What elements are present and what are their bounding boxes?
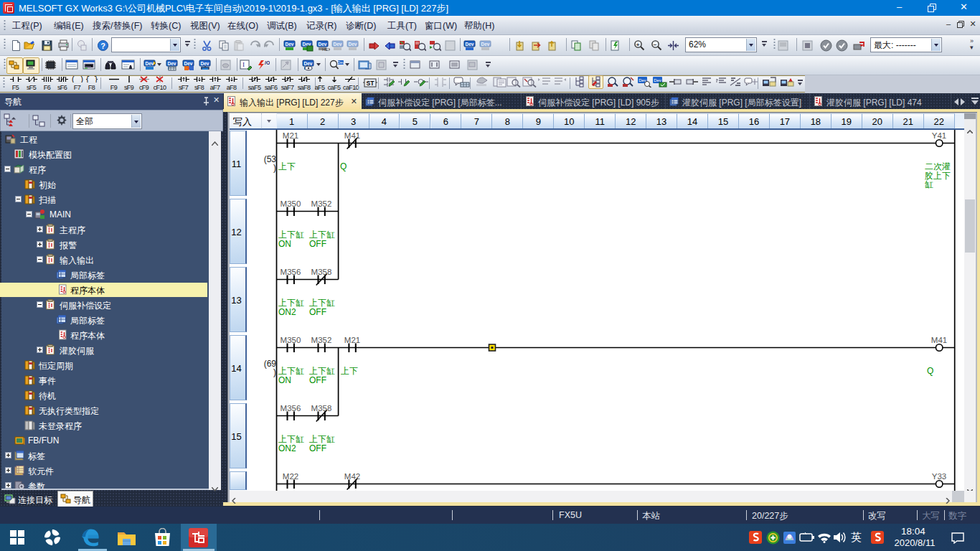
svg-text:Dev: Dev bbox=[338, 60, 344, 65]
svg-text:Dev: Dev bbox=[304, 61, 313, 66]
svg-text:Dev: Dev bbox=[184, 61, 193, 66]
svg-text:Dev: Dev bbox=[146, 61, 154, 66]
svg-text:Dev: Dev bbox=[654, 78, 661, 83]
svg-text:{ }: { } bbox=[85, 76, 98, 83]
svg-text:+: + bbox=[636, 42, 640, 48]
svg-text:?: ? bbox=[100, 42, 105, 50]
svg-text:HEX: HEX bbox=[322, 47, 330, 52]
svg-text:( ): ( ) bbox=[71, 76, 84, 83]
svg-text:I: I bbox=[242, 61, 245, 68]
svg-text:Dev: Dev bbox=[303, 42, 311, 47]
svg-text:Dev: Dev bbox=[319, 42, 327, 47]
svg-text:Dev: Dev bbox=[201, 61, 209, 66]
svg-text:−: − bbox=[654, 42, 657, 48]
svg-text:Dev: Dev bbox=[639, 78, 646, 83]
svg-text:Dev: Dev bbox=[334, 42, 342, 47]
svg-text:Dev: Dev bbox=[168, 61, 176, 66]
svg-text:Dev: Dev bbox=[349, 42, 357, 47]
svg-text:Dev: Dev bbox=[466, 42, 474, 47]
svg-text:/O: /O bbox=[265, 60, 270, 65]
svg-text:Dev: Dev bbox=[286, 42, 294, 47]
svg-text:ST: ST bbox=[367, 80, 375, 87]
svg-text:Dev: Dev bbox=[481, 42, 490, 47]
